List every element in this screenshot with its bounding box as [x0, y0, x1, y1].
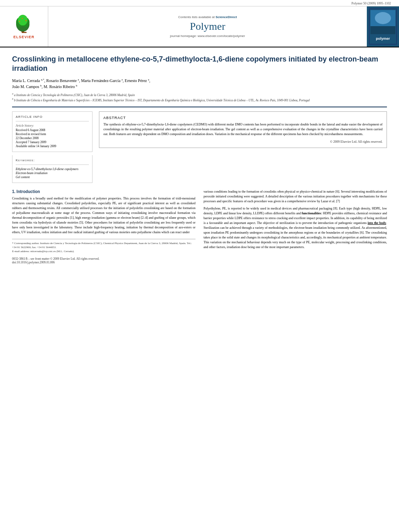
svg-point-6 — [19, 21, 20, 22]
article-info-col: ARTICLE INFO Article history: Received 6… — [12, 111, 93, 183]
main-content: Crosslinking in metallocene ethylene-co-… — [0, 47, 399, 268]
top-bar: Polymer 50 (2009) 1095–1102 — [0, 0, 399, 6]
keywords-header: Keywords: — [16, 158, 89, 162]
issn-line: 0032-3861/$ – see front matter © 2009 El… — [12, 257, 195, 261]
intro-para-3: Polyethylene, PE, is reported to be wide… — [204, 206, 387, 250]
received-revised-label: Received in revised form — [16, 132, 89, 136]
affiliation-a: a a Instituto de Ciencia y Tecnología de… — [12, 92, 387, 97]
svg-point-4 — [18, 15, 27, 26]
article-info-box: ARTICLE INFO Article history: Received 6… — [12, 111, 93, 152]
article-title: Crosslinking in metallocene ethylene-co-… — [12, 55, 387, 74]
section1-title: 1. Introduction — [12, 189, 195, 194]
abstract-col: ABSTRACT The synthesis of ethylene-co-5,… — [99, 111, 387, 183]
abstract-header: ABSTRACT — [103, 116, 383, 120]
affiliation-b: b b Instituto de Ciência e Engenharia de… — [12, 97, 387, 103]
svg-point-8 — [22, 18, 23, 19]
journal-header: ELSEVIER Contents lists available at Sci… — [0, 6, 399, 47]
doi-text: doi:10.1016/j.polymer.2009.01.006 — [12, 261, 195, 264]
keyword-2: Electron-beam irradiation — [16, 171, 89, 175]
info-divider — [16, 121, 89, 121]
polymer-logo-icon: polymer — [369, 8, 397, 45]
copyright-line: © 2009 Elsevier Ltd. All rights reserved… — [103, 140, 383, 144]
journal-center: Contents lists available at ScienceDirec… — [48, 6, 367, 47]
body-two-col: 1. Introduction Crosslinking is a broadl… — [12, 189, 387, 264]
body-right-col: various conditions leading to the format… — [204, 189, 387, 264]
journal-title: Polymer — [190, 21, 225, 33]
author-campos: João M. Campos b, M. Rosário Ribeiro b — [12, 84, 77, 89]
authors-line: María L. Cerrada a,*, Rosario Benavente … — [12, 78, 387, 90]
received-revised-date: 22 December 2008 — [16, 136, 89, 140]
sciencedirect-link[interactable]: ScienceDirect — [216, 15, 237, 19]
accepted-date: Accepted 7 January 2009 — [16, 140, 89, 144]
author-cerrada: María L. Cerrada a,*, Rosario Benavente … — [12, 78, 150, 83]
elsevier-tree-icon — [12, 14, 36, 34]
svg-point-12 — [375, 12, 391, 24]
svg-text:polymer: polymer — [376, 37, 390, 41]
sciencedirect-line: Contents lists available at ScienceDirec… — [178, 15, 237, 19]
keyword-3: Gel content — [16, 175, 89, 179]
abstract-box: ABSTRACT The synthesis of ethylene-co-5,… — [99, 111, 387, 148]
abstract-text: The synthesis of ethylene-co-5,7-dimethy… — [103, 122, 383, 137]
body-content: 1. Introduction Crosslinking is a broadl… — [12, 189, 387, 264]
footnote-email: E-mail address: mlcerrada@icp.csic.es (M… — [12, 250, 195, 254]
svg-rect-5 — [22, 32, 27, 33]
info-abstract-row: ARTICLE INFO Article history: Received 6… — [12, 111, 387, 183]
keyword-1: Ethylene-co-5,7-dimethylocta-1,6-diene c… — [16, 167, 89, 171]
article-ref: Polymer 50 (2009) 1095–1102 — [352, 2, 391, 5]
affiliations: a a Instituto de Ciencia y Tecnología de… — [12, 92, 387, 103]
keywords-divider — [16, 164, 89, 165]
received-date: Received 6 August 2008 — [16, 128, 89, 132]
polymer-logo-right: polymer — [367, 6, 399, 47]
footnote-area: * Corresponding author. Instituto de Cie… — [12, 239, 195, 253]
divider-thick — [12, 107, 387, 107]
elsevier-label: ELSEVIER — [13, 35, 35, 39]
article-info-header: ARTICLE INFO — [16, 115, 89, 119]
elsevier-logo: ELSEVIER — [0, 6, 48, 47]
available-date: Available online 14 January 2009 — [16, 144, 89, 148]
doi-area: 0032-3861/$ – see front matter © 2009 El… — [12, 257, 195, 264]
intro-para-2: various conditions leading to the format… — [204, 189, 387, 204]
body-left-col: 1. Introduction Crosslinking is a broadl… — [12, 189, 195, 264]
history-label: Article history: — [16, 124, 89, 127]
homepage-line: journal homepage: www.elsevier.com/locat… — [170, 34, 245, 38]
footnote-corresponding: * Corresponding author. Instituto de Cie… — [12, 242, 195, 250]
page: Polymer 50 (2009) 1095–1102 ELSEVIER — [0, 0, 399, 532]
keywords-box: Keywords: Ethylene-co-5,7-dimethylocta-1… — [12, 155, 93, 183]
intro-para-1: Crosslinking is a broadly used method fo… — [12, 196, 195, 235]
svg-rect-13 — [370, 26, 395, 34]
svg-point-7 — [25, 20, 27, 21]
